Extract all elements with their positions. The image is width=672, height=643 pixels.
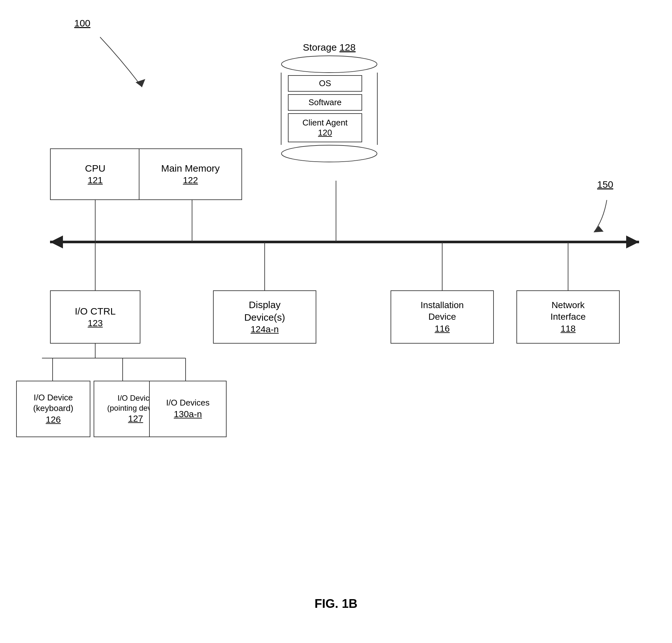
- svg-point-17: [281, 56, 377, 73]
- label-100: 100: [74, 18, 91, 29]
- io-device-keyboard-box: I/O Device(keyboard) 126: [16, 381, 91, 437]
- svg-marker-2: [626, 235, 639, 248]
- network-interface-box: NetworkInterface 118: [516, 290, 620, 343]
- io-ctrl-box: I/O CTRL 123: [50, 290, 141, 343]
- label-150: 150: [597, 179, 613, 190]
- cylinder-bottom-ellipse: [281, 145, 377, 162]
- installation-device-box: InstallationDevice 116: [391, 290, 494, 343]
- svg-marker-15: [135, 79, 145, 87]
- diagram-container: 100 150 CPU 121 Main Memory 122 Storage …: [0, 0, 672, 643]
- display-device-box: DisplayDevice(s) 124a-n: [213, 290, 316, 343]
- storage-cylinder: Storage 128 OS Software Client Agent120: [281, 42, 377, 162]
- main-memory-box: Main Memory 122: [139, 148, 242, 200]
- fig-caption: FIG. 1B: [0, 597, 672, 611]
- cylinder-top-ellipse: [281, 56, 377, 73]
- svg-point-18: [281, 145, 377, 162]
- storage-client-agent: Client Agent120: [288, 113, 362, 142]
- svg-marker-1: [50, 235, 63, 248]
- storage-os: OS: [288, 75, 362, 92]
- cpu-box: CPU 121: [50, 148, 141, 200]
- storage-software: Software: [288, 94, 362, 111]
- svg-marker-16: [594, 226, 603, 232]
- io-devices-box: I/O Devices 130a-n: [149, 381, 227, 437]
